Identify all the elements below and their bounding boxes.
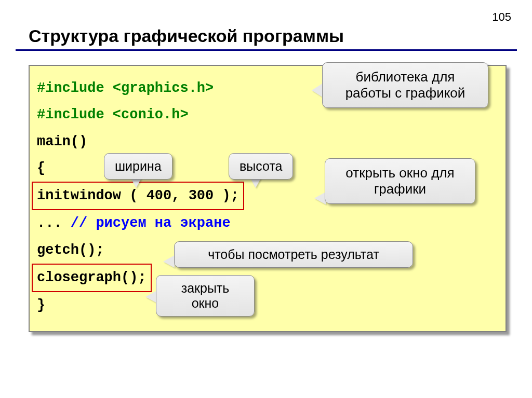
include-keyword-2: #include bbox=[37, 107, 113, 122]
slide-title: Структура графической программы bbox=[29, 26, 344, 46]
page-number: 105 bbox=[492, 10, 511, 24]
include-keyword: #include bbox=[37, 80, 113, 96]
closegraph-highlight: closegraph(); bbox=[32, 264, 152, 292]
ellipsis: ... bbox=[37, 215, 71, 231]
code-line-closegraph: closegraph(); bbox=[37, 264, 498, 292]
callout-height: высота bbox=[229, 153, 293, 180]
comment-text: // рисуем на экране bbox=[71, 215, 231, 231]
include-header-graphics: <graphics.h> bbox=[113, 80, 214, 96]
callout-library: библиотека для работы с графикой bbox=[322, 62, 488, 108]
code-line-main: main() bbox=[37, 129, 498, 155]
callout-see-result: чтобы посмотреть результат bbox=[174, 241, 413, 268]
code-line-close-brace: } bbox=[37, 292, 498, 319]
title-underline bbox=[16, 49, 517, 51]
callout-width: ширина bbox=[104, 153, 172, 180]
code-line-comment: ... // рисуем на экране bbox=[37, 210, 498, 237]
include-header-conio: <conio.h> bbox=[113, 107, 189, 122]
callout-open-window: открыть окно для графики bbox=[325, 158, 475, 204]
callout-close-window: закрыть окно bbox=[156, 275, 255, 317]
